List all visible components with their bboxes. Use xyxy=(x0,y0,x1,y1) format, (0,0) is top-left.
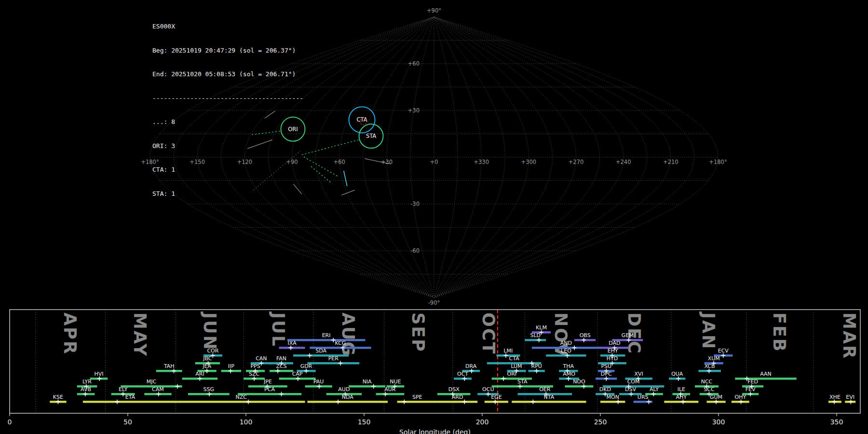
shower-label: THA xyxy=(563,363,574,369)
x-tick-label: 50 xyxy=(123,418,132,426)
shower-label: PAU xyxy=(313,379,324,385)
shower-label: SZC xyxy=(249,371,260,377)
shower-label: LUM xyxy=(511,363,522,369)
shower-label: OBS xyxy=(580,332,591,339)
shower-label: COM xyxy=(627,379,640,385)
lat-label: +60 xyxy=(408,60,420,67)
shower-label: EGE xyxy=(491,394,502,400)
meridian-line xyxy=(434,17,694,298)
sky-map-panel: ORICTASTA+180°+150+120+90+60+30+0+330+30… xyxy=(0,0,868,309)
x-tick-label: 0 xyxy=(8,418,12,426)
lon-label: +210 xyxy=(663,159,678,165)
x-axis-title: Solar longitude (deg) xyxy=(399,428,471,434)
lat-label: +30 xyxy=(408,107,420,114)
lon-label: +300 xyxy=(521,159,537,165)
shower-label: ALY xyxy=(650,386,659,393)
meteor-trail xyxy=(341,190,355,195)
shower-bar-nzc xyxy=(177,401,305,403)
shower-label: KLM xyxy=(536,325,547,331)
shower-label: XCB xyxy=(705,363,715,369)
count-ori: ORI: 3 xyxy=(152,142,303,150)
shower-label: NZC xyxy=(235,394,247,400)
shower-label: PSU xyxy=(601,363,611,369)
shower-label: TAH xyxy=(163,363,175,369)
shower-label: NTA xyxy=(544,394,555,400)
meteor-trail xyxy=(302,140,359,155)
shower-label: DSX xyxy=(448,386,460,393)
lat-label: -30 xyxy=(410,201,420,207)
lon-label: +60 xyxy=(334,159,345,165)
shower-label: FEV xyxy=(746,386,756,393)
shower-label: XHE xyxy=(829,394,841,400)
shower-label: AVB xyxy=(81,386,91,393)
shower-label: CAP xyxy=(292,371,303,377)
shower-bar-aan xyxy=(735,378,796,380)
shower-label: HVI xyxy=(94,371,103,377)
shower-label: RPU xyxy=(531,363,542,369)
shower-bar-eri xyxy=(287,339,366,341)
timeline-canvas: APRMAYJUNJULAUGSEPOCTNOVDECJANFEBMARKLME… xyxy=(0,309,868,434)
shower-label: ARI xyxy=(195,371,204,377)
shower-label: OHY xyxy=(734,394,746,400)
shower-label: SPE xyxy=(412,394,422,400)
shower-label: ECV xyxy=(718,348,729,354)
x-tick-label: 100 xyxy=(240,418,253,426)
shower-bar-per xyxy=(307,362,359,365)
shower-label: SLD xyxy=(530,332,541,339)
meteor-trail xyxy=(311,166,332,184)
shower-label: LEO xyxy=(561,348,571,354)
end-time: End: 20251020 05:08:53 (sol = 206.71°) xyxy=(152,70,303,79)
shower-label: CAM xyxy=(152,386,164,393)
shower-label: ERI xyxy=(322,332,331,339)
month-label: JUL xyxy=(269,312,288,348)
month-label: APR xyxy=(60,312,80,355)
shower-bar-mon xyxy=(600,401,625,403)
shower-label: QUA xyxy=(671,371,683,377)
shower-label: NCC xyxy=(701,379,713,385)
shower-label: STA xyxy=(517,379,528,385)
month-label: FEB xyxy=(770,312,789,353)
lon-label: +180° xyxy=(709,159,727,165)
shower-label: DAD xyxy=(609,340,620,346)
month-label: AUG xyxy=(339,312,358,357)
radiant-label: STA xyxy=(366,133,376,139)
shower-bar-sld xyxy=(525,339,546,341)
shower-label: ZCS xyxy=(276,363,286,369)
shower-label: FAN xyxy=(276,355,286,362)
shower-label: KCG xyxy=(335,340,346,346)
lat-label: -90° xyxy=(428,299,440,306)
shower-label: OER xyxy=(539,386,551,393)
lat-label: +90° xyxy=(427,7,441,14)
shower-label: NUE xyxy=(390,379,401,385)
lon-label: +0 xyxy=(430,159,438,165)
shower-label: JBC xyxy=(203,355,212,362)
shower-label: OCT xyxy=(457,371,468,377)
shower-label: COR xyxy=(207,348,218,354)
shower-bar-pca xyxy=(238,393,301,395)
shower-label: MJC xyxy=(147,379,157,385)
shower-label: EHY xyxy=(608,348,618,354)
shower-label: LYR xyxy=(82,379,92,385)
month-label: SEP xyxy=(408,312,428,353)
shower-label: PCA xyxy=(264,386,275,393)
shower-label: AUR xyxy=(384,386,396,393)
x-tick-label: 200 xyxy=(476,418,489,426)
shower-bar-eta xyxy=(83,401,177,403)
shower-bar-aur xyxy=(376,393,405,395)
shower-label: ORI xyxy=(507,371,516,377)
shower-label: DKD xyxy=(599,386,611,393)
shower-label: DPC xyxy=(601,371,612,377)
shower-label: SCC xyxy=(704,386,715,393)
shower-label: URS xyxy=(637,394,649,400)
x-tick-label: 300 xyxy=(712,418,725,426)
shower-bar-nia xyxy=(349,385,385,388)
summary-divider: ---------------------------------------- xyxy=(152,95,303,103)
lon-label: +270 xyxy=(569,159,584,165)
shower-label: NIA xyxy=(363,379,372,385)
month-label: JAN xyxy=(699,312,718,350)
x-tick-label: 350 xyxy=(830,418,843,426)
sky-map-canvas: ORICTASTA+180°+150+120+90+60+30+0+330+30… xyxy=(0,0,868,309)
count-sta: STA: 1 xyxy=(152,190,303,198)
shower-label: IIP xyxy=(228,363,234,369)
begin-time: Beg: 20251019 20:47:29 (sol = 206.37°) xyxy=(152,47,303,55)
